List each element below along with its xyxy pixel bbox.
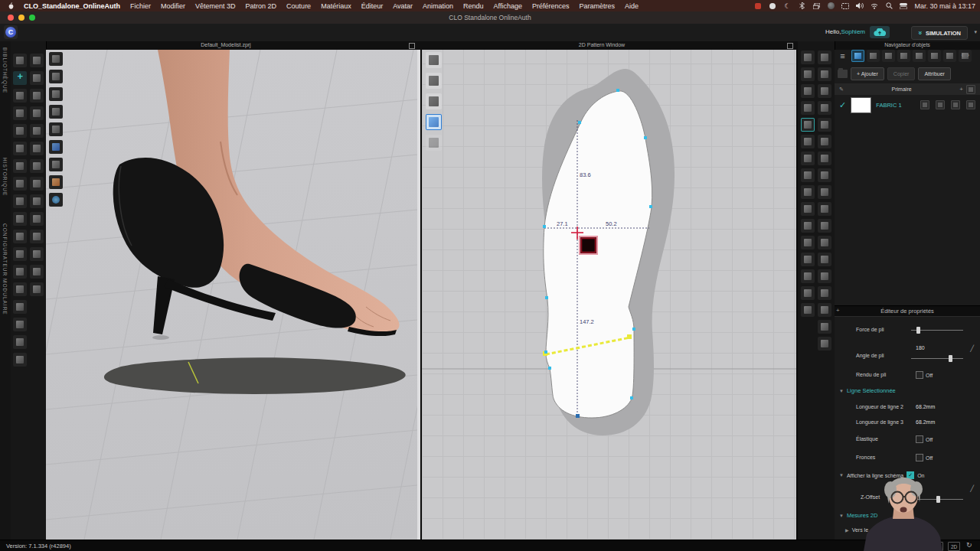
user-circle-icon[interactable] (827, 2, 835, 10)
record-badge-icon[interactable] (754, 2, 762, 10)
tab-scroll-arrows[interactable]: ‹ › (962, 51, 971, 59)
view-2d-button[interactable]: 2D (948, 542, 960, 551)
tool-icon[interactable] (801, 67, 815, 81)
simulation-button[interactable]: » SIMULATION (911, 26, 968, 40)
tool-icon[interactable] (818, 84, 831, 98)
button-tab-icon[interactable] (882, 50, 895, 62)
tool-icon[interactable] (818, 168, 831, 182)
selected-line-endpoint[interactable] (627, 334, 632, 339)
tool-icon[interactable] (49, 158, 63, 171)
environment-tool-icon[interactable] (49, 193, 63, 207)
tool-icon[interactable] (801, 168, 815, 182)
tool-icon[interactable] (30, 194, 44, 208)
menu-avatar[interactable]: Avatar (393, 2, 413, 10)
tool-icon[interactable] (30, 54, 44, 67)
tool-icon[interactable] (818, 303, 831, 317)
tool-icon[interactable] (801, 185, 815, 199)
username[interactable]: Sophiem (841, 28, 865, 35)
apple-menu-icon[interactable] (8, 2, 15, 10)
tool-icon[interactable] (13, 335, 27, 349)
section-expanded-icon[interactable]: ▼ (839, 389, 844, 393)
fold-strength-slider[interactable] (911, 327, 963, 334)
fabric-name[interactable]: FABRIC 1 (876, 102, 916, 109)
tool-icon[interactable] (818, 202, 831, 216)
menu-modifier[interactable]: Modifier (161, 2, 185, 10)
tool-icon[interactable] (818, 219, 831, 233)
selected-bottom-point[interactable] (576, 414, 580, 418)
refresh-icon[interactable]: ↻ (966, 541, 972, 549)
tool-icon[interactable] (818, 101, 831, 115)
tool-icon[interactable] (13, 353, 27, 367)
puckering-tab-icon[interactable] (928, 50, 941, 62)
fabric-tab-icon-selected[interactable] (851, 50, 864, 62)
tool-icon[interactable] (30, 177, 44, 191)
fabric-delete-icon[interactable] (966, 100, 975, 109)
tool-icon[interactable] (13, 124, 27, 138)
menu-couture[interactable]: Couture (286, 2, 311, 10)
menu-parametres[interactable]: Paramètres (580, 2, 616, 10)
add-section-icon[interactable]: + (959, 86, 963, 93)
copy-fabric-button[interactable]: Copier (887, 67, 916, 80)
tool-icon[interactable] (801, 202, 815, 216)
section-expanded-icon[interactable]: ▼ (839, 473, 844, 478)
tool-icon[interactable] (30, 230, 44, 243)
tool-icon[interactable] (13, 142, 27, 155)
fabric-list-item[interactable]: ✓ FABRIC 1 (835, 95, 980, 115)
expand-2d-window-icon[interactable] (787, 43, 793, 49)
tool-icon[interactable] (49, 70, 63, 83)
tool-icon[interactable] (30, 142, 44, 155)
tool-icon[interactable] (801, 51, 815, 64)
clo-logo[interactable]: C (4, 25, 18, 39)
tool-icon[interactable] (801, 253, 815, 266)
tool-icon[interactable] (30, 71, 44, 85)
tool-icon[interactable] (818, 236, 831, 249)
tool-icon[interactable] (30, 106, 44, 120)
menu-patron-2d[interactable]: Patron 2D (246, 2, 277, 10)
primary-section-bar[interactable]: ✎ Primaire + (835, 83, 980, 95)
line-length2-value[interactable]: 68.2mm (916, 404, 935, 409)
volume-icon[interactable] (856, 2, 864, 10)
bluetooth-icon[interactable] (798, 2, 805, 10)
tool-icon[interactable] (49, 122, 63, 136)
tool-icon[interactable] (801, 101, 815, 115)
tool-icon[interactable] (13, 106, 27, 120)
tool-icon[interactable] (818, 320, 831, 334)
measurement-tab-icon[interactable] (943, 50, 956, 62)
fabric-add-icon[interactable] (920, 100, 929, 109)
garment-view-tool-icon[interactable] (426, 73, 442, 89)
display-mirroring-icon[interactable] (841, 2, 849, 10)
stacked-windows-icon[interactable] (812, 2, 820, 10)
line-length3-value[interactable]: 68.2mm (916, 419, 935, 425)
tool-icon[interactable] (13, 177, 27, 191)
tool-icon[interactable] (13, 194, 27, 208)
tool-icon[interactable] (801, 84, 815, 98)
fabric-layers-icon[interactable] (936, 100, 945, 109)
texture-tab-icon[interactable] (867, 50, 880, 62)
list-menu-icon[interactable]: ≡ (836, 50, 849, 62)
tool-icon[interactable] (801, 219, 815, 233)
property-panel-pin-icon[interactable]: + (836, 307, 840, 314)
tool-icon[interactable] (818, 269, 831, 283)
control-center-icon[interactable] (900, 2, 907, 10)
assign-fabric-button[interactable]: Attribuer (918, 67, 950, 80)
wifi-icon[interactable] (871, 2, 878, 10)
disabled-garment-tool-icon[interactable] (426, 135, 442, 151)
menu-vetement-3d[interactable]: Vêtement 3D (195, 2, 236, 10)
tool-icon[interactable] (13, 318, 27, 331)
tool-icon[interactable] (818, 337, 831, 350)
topstitch-tab-icon[interactable] (913, 50, 926, 62)
elastic-checkbox[interactable] (916, 435, 923, 443)
tool-icon[interactable] (13, 212, 27, 226)
simulation-dropdown-caret[interactable]: ▾ (974, 29, 977, 35)
tool-icon[interactable] (801, 286, 815, 300)
sidebar-tab-library[interactable]: BIBLIOTHÈQUE (2, 47, 8, 93)
menu-app-name[interactable]: CLO_Standalone_OnlineAuth (24, 2, 120, 10)
menu-affichage[interactable]: Affichage (494, 2, 522, 10)
menu-rendu[interactable]: Rendu (463, 2, 484, 10)
tool-icon[interactable] (13, 54, 27, 67)
tool-icon[interactable] (801, 303, 815, 317)
curve-editor-icon[interactable]: ╱ (970, 345, 974, 352)
tool-icon[interactable] (801, 269, 815, 283)
tool-icon[interactable] (801, 135, 815, 148)
add-fabric-button[interactable]: + Ajouter (851, 67, 884, 80)
